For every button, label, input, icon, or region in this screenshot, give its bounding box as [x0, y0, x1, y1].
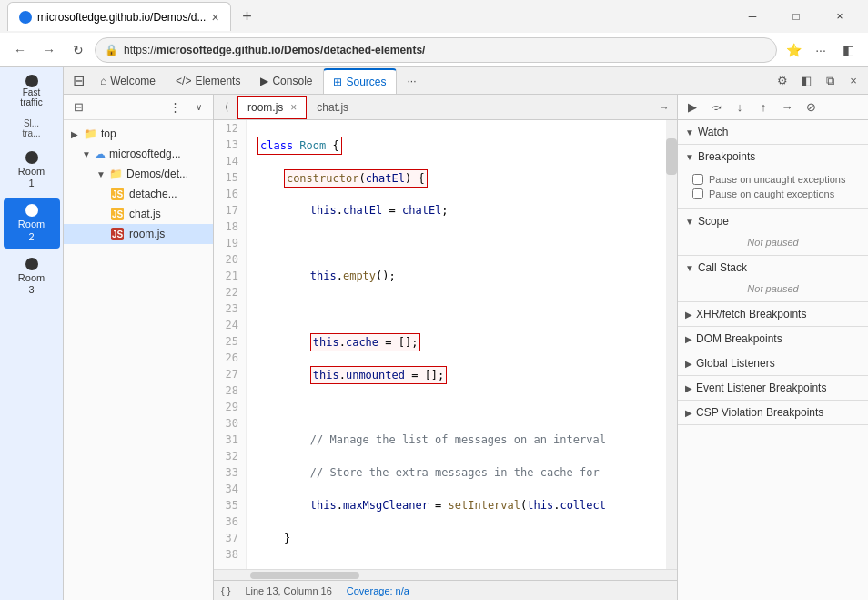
watch-header[interactable]: ▼ Watch	[678, 120, 868, 144]
scope-section: ▼ Scope Not paused	[678, 209, 868, 256]
devtools-dock-icon[interactable]: ◧	[795, 70, 817, 92]
vertical-scrollbar[interactable]	[666, 120, 677, 569]
global-listeners-header[interactable]: ▶ Global Listeners	[678, 351, 868, 375]
new-tab-button[interactable]: +	[235, 4, 260, 29]
xhr-section: ▶ XHR/fetch Breakpoints	[678, 302, 868, 327]
code-text[interactable]: class Room { constructor(chatEl) { this.…	[247, 120, 666, 569]
room-1-item[interactable]: Room1	[4, 146, 60, 195]
tab-welcome[interactable]: ⌂ Welcome	[91, 68, 165, 94]
file-panel-toggle[interactable]: ⊟	[67, 97, 89, 118]
source-tab-roomjs-close[interactable]: ×	[290, 101, 297, 114]
active-tab[interactable]: microsoftedge.github.io/Demos/d... ×	[7, 2, 231, 31]
file-panel-chevron[interactable]: ∨	[187, 97, 209, 118]
call-stack-not-paused: Not paused	[692, 283, 853, 294]
browser-more-button[interactable]: ···	[808, 37, 833, 63]
room-2-item[interactable]: Room2	[4, 198, 60, 248]
global-listeners-arrow: ▶	[685, 359, 692, 369]
source-tab-chatjs[interactable]: chat.js	[307, 96, 358, 119]
tab-sources-label: Sources	[346, 76, 386, 88]
tab-title: microsoftedge.github.io/Demos/d...	[37, 11, 206, 24]
dom-section: ▶ DOM Breakpoints	[678, 327, 868, 351]
csp-section: ▶ CSP Violation Breakpoints	[678, 401, 868, 425]
tab-elements[interactable]: </> Elements	[167, 68, 249, 94]
lock-icon: 🔒	[105, 44, 118, 56]
pause-uncaught-checkbox[interactable]	[692, 174, 703, 185]
resume-button[interactable]: ▶	[681, 97, 703, 118]
breakpoints-header[interactable]: ▼ Breakpoints	[678, 145, 868, 168]
folder-icon: 📁	[84, 127, 97, 140]
watch-label: Watch	[698, 126, 729, 138]
devtools-close-icon[interactable]: ×	[843, 70, 864, 92]
close-button[interactable]: ×	[819, 2, 861, 31]
deactivate-button[interactable]: ⊘	[800, 97, 822, 118]
file-panel-header: ⊟ ⋮ ∨	[64, 95, 213, 120]
tree-label-chatjs: chat.js	[129, 208, 161, 220]
tab-close-button[interactable]: ×	[211, 10, 218, 25]
address-bar[interactable]: 🔒 https://microsoftedge.github.io/Demos/…	[95, 37, 777, 63]
step-out-button[interactable]: ↑	[752, 97, 774, 118]
horizontal-scrollbar[interactable]	[214, 569, 677, 580]
address-url: https://microsoftedge.github.io/Demos/de…	[124, 44, 425, 56]
tab-console[interactable]: ▶ Console	[251, 68, 321, 94]
status-bar: { } Line 13, Column 16 Coverage: n/a	[214, 580, 677, 600]
devtools-settings-icon[interactable]: ⚙	[772, 70, 793, 92]
csp-header[interactable]: ▶ CSP Violation Breakpoints	[678, 401, 868, 424]
step-button[interactable]: →	[776, 97, 798, 118]
breakpoints-section: ▼ Breakpoints Pause on uncaught exceptio…	[678, 145, 868, 209]
tree-item-demos[interactable]: ▼ 📁 Demos/det...	[64, 164, 213, 184]
devtools-sidebar-toggle[interactable]: ⊟	[67, 70, 89, 92]
room-2-label: Room2	[18, 219, 45, 242]
pause-caught-checkbox[interactable]	[692, 188, 703, 199]
dom-header[interactable]: ▶ DOM Breakpoints	[678, 327, 868, 351]
event-listener-arrow: ▶	[685, 383, 692, 393]
sidebar-toggle-button[interactable]: ◧	[835, 37, 861, 63]
call-stack-content: Not paused	[678, 280, 868, 301]
source-tabs-container: room.js × chat.js	[237, 96, 653, 119]
tab-more[interactable]: ···	[399, 68, 426, 94]
tree-label-detache: detache...	[129, 188, 177, 200]
minimize-button[interactable]: ─	[732, 2, 773, 31]
devtools-detach-icon[interactable]: ⧉	[819, 70, 841, 92]
file-panel-more[interactable]: ⋮	[164, 97, 186, 118]
room-3-item[interactable]: Room3	[4, 252, 60, 301]
ln-22: 22	[214, 284, 242, 300]
back-button[interactable]: ←	[7, 37, 33, 63]
call-stack-header[interactable]: ▼ Call Stack	[678, 256, 868, 280]
forward-button[interactable]: →	[36, 37, 62, 63]
step-over-button[interactable]: ⤼	[705, 97, 727, 118]
ln-12: 12	[214, 120, 242, 137]
devtools-panel: ⊟ ⌂ Welcome </> Elements ▶ Console ⊞ Sou…	[64, 67, 868, 600]
favorites-button[interactable]: ⭐	[781, 37, 806, 63]
source-tab-chatjs-label: chat.js	[317, 101, 348, 114]
code-line-25	[254, 563, 659, 569]
maximize-button[interactable]: □	[775, 2, 817, 31]
vscroll-thumb[interactable]	[666, 138, 677, 175]
step-into-button[interactable]: ↓	[729, 97, 751, 118]
pause-caught-row[interactable]: Pause on caught exceptions	[692, 187, 853, 201]
ln-37: 37	[214, 530, 242, 546]
xhr-header[interactable]: ▶ XHR/fetch Breakpoints	[678, 302, 868, 326]
source-nav-right[interactable]: →	[653, 96, 675, 119]
refresh-button[interactable]: ↻	[66, 37, 91, 63]
scope-label: Scope	[698, 215, 729, 228]
ln-21: 21	[214, 268, 242, 284]
tree-item-chatjs[interactable]: JS chat.js	[64, 204, 213, 224]
csp-label: CSP Violation Breakpoints	[696, 406, 823, 419]
tab-sources[interactable]: ⊞ Sources	[323, 68, 396, 94]
tree-item-detache[interactable]: JS detache...	[64, 184, 213, 204]
ln-38: 38	[214, 546, 242, 563]
tree-item-top[interactable]: ▶ 📁 top	[64, 124, 213, 144]
pause-uncaught-row[interactable]: Pause on uncaught exceptions	[692, 172, 853, 187]
source-tab-roomjs[interactable]: room.js ×	[237, 96, 307, 119]
tree-item-microsoftedg[interactable]: ▼ ☁ microsoftedg...	[64, 144, 213, 164]
devtools-tabs: ⊟ ⌂ Welcome </> Elements ▶ Console ⊞ Sou…	[64, 67, 868, 95]
scope-content: Not paused	[678, 233, 868, 255]
position-status: Line 13, Column 16	[245, 585, 331, 596]
code-line-13: constructor(chatEl) {	[254, 169, 659, 186]
event-listener-header[interactable]: ▶ Event Listener Breakpoints	[678, 376, 868, 400]
source-nav-left[interactable]: ⟨	[216, 96, 237, 119]
nav-right-buttons: ⭐ ··· ◧	[781, 37, 861, 63]
scope-header[interactable]: ▼ Scope	[678, 209, 868, 233]
tree-item-roomjs[interactable]: JS room.js	[64, 224, 213, 244]
hscroll-thumb[interactable]	[250, 572, 359, 579]
